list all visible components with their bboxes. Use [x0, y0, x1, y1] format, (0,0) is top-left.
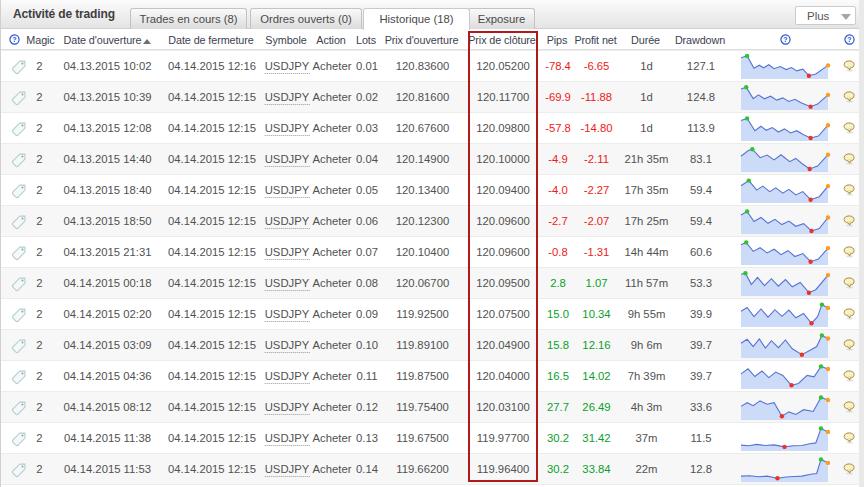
svg-text:?: ? [12, 36, 16, 44]
svg-text:?: ? [783, 36, 787, 44]
svg-text:?: ? [847, 36, 851, 44]
